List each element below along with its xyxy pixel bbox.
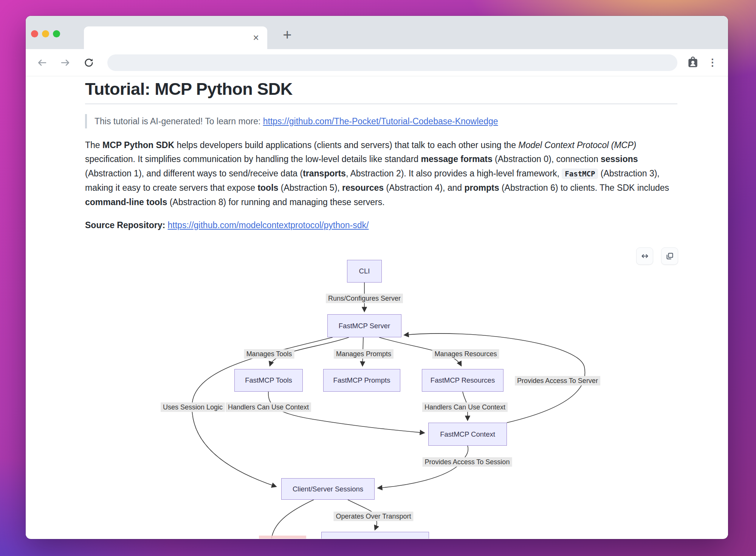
flowchart-diagram: CLIFastMCP ServerFastMCP ToolsFastMCP Pr… <box>26 76 728 539</box>
tab-strip: × + <box>26 16 728 49</box>
clipped-edge-label <box>259 536 306 539</box>
diagram-node-prompts: FastMCP Prompts <box>323 369 400 392</box>
page-content: Tutorial: MCP Python SDK This tutorial i… <box>26 76 728 539</box>
edge-label-handlers_resources: Handlers Can Use Context <box>422 403 508 412</box>
edge-label-runs_configures: Runs/Configures Server <box>326 294 403 303</box>
browser-tab[interactable]: × <box>84 26 267 49</box>
edge-label-provides_session: Provides Access To Session <box>423 457 512 467</box>
address-bar[interactable] <box>107 54 677 71</box>
edge-label-manages_tools: Manages Tools <box>244 349 294 359</box>
browser-toolbar: ⋮ <box>26 49 728 76</box>
arrow-right-icon <box>60 57 71 68</box>
tab-close-icon[interactable]: × <box>253 33 259 43</box>
back-button[interactable] <box>34 55 50 71</box>
new-tab-button[interactable]: + <box>278 26 296 44</box>
arrow-left-icon <box>36 57 48 68</box>
maximize-button[interactable] <box>53 30 60 37</box>
diagram-node-context: FastMCP Context <box>428 423 507 446</box>
diagram-node-resources: FastMCP Resources <box>422 369 503 392</box>
diagram-actions <box>636 247 678 265</box>
reload-icon <box>83 57 94 68</box>
menu-button[interactable]: ⋮ <box>707 55 718 71</box>
copy-icon <box>665 252 674 261</box>
expand-diagram-button[interactable] <box>636 247 653 265</box>
diagram-node-sessions: Client/Server Sessions <box>281 478 375 500</box>
close-button[interactable] <box>31 30 38 37</box>
profile-button[interactable] <box>685 55 701 71</box>
edge-label-operates_transport: Operates Over Transport <box>333 512 413 521</box>
reload-button[interactable] <box>81 55 97 71</box>
diagram-node-tools: FastMCP Tools <box>234 369 303 392</box>
edge-label-manages_prompts: Manages Prompts <box>334 349 393 359</box>
window-controls <box>31 30 60 37</box>
browser-window: × + ⋮ <box>26 16 728 539</box>
diagram-node-bottom_partial <box>321 532 429 539</box>
profile-badge-icon <box>686 56 700 70</box>
edge-label-uses_session: Uses Session Logic <box>161 403 225 412</box>
minimize-button[interactable] <box>42 30 49 37</box>
diagram-node-cli: CLI <box>347 260 382 283</box>
edge-label-handlers_tools: Handlers Can Use Context <box>226 403 311 412</box>
edge-label-provides_server: Provides Access To Server <box>515 376 600 386</box>
copy-diagram-button[interactable] <box>661 247 678 265</box>
edge-label-manages_resources: Manages Resources <box>432 349 499 359</box>
diagram-node-server: FastMCP Server <box>327 314 401 337</box>
expand-width-icon <box>640 252 649 261</box>
forward-button[interactable] <box>57 55 73 71</box>
diagram-edges <box>26 76 728 539</box>
